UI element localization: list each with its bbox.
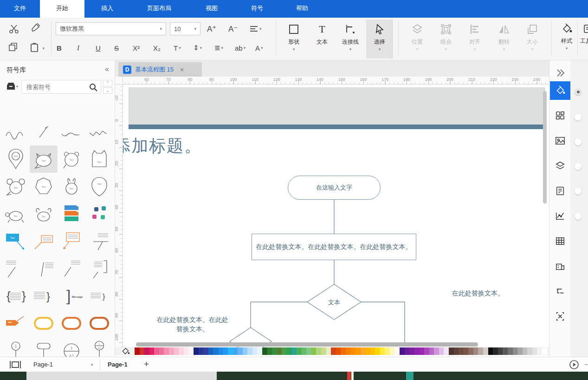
symbol-indicator-split-stem[interactable]: 1A1: [85, 337, 113, 357]
presentation-icon[interactable]: [9, 360, 21, 371]
process-shape[interactable]: 在此处替换文本。在此处替换文本。在此处替换文本。: [252, 234, 416, 260]
color-swatch[interactable]: [262, 347, 267, 355]
symbol-leader-callout-3[interactable]: [58, 255, 85, 282]
quick-style-dot-5[interactable]: [575, 188, 582, 195]
color-swatch[interactable]: [532, 347, 537, 355]
color-swatch[interactable]: [503, 347, 508, 355]
image-icon[interactable]: [551, 132, 569, 150]
color-swatch[interactable]: [517, 347, 523, 355]
zoom-out-button[interactable]: －: [583, 360, 588, 369]
color-swatch[interactable]: [350, 347, 355, 355]
symbol-line-callout[interactable]: [85, 228, 113, 255]
color-swatch[interactable]: [459, 347, 464, 355]
color-swatch[interactable]: [188, 347, 194, 355]
library-drawer-button[interactable]: [6, 81, 19, 93]
color-swatch[interactable]: [277, 347, 282, 355]
color-swatch[interactable]: [493, 347, 498, 355]
color-swatch[interactable]: [267, 347, 272, 355]
fill-bucket-icon[interactable]: [121, 347, 130, 357]
symbol-indicator-circle[interactable]: 1: [2, 337, 30, 357]
color-swatch[interactable]: [537, 347, 542, 355]
color-swatch[interactable]: [434, 347, 439, 355]
symbol-cat-panel[interactable]: Text: [85, 145, 113, 173]
color-swatch[interactable]: [370, 347, 375, 355]
vertical-scrollbar[interactable]: [543, 91, 547, 203]
character-spacing-button[interactable]: ab▾: [235, 41, 246, 55]
symbol-mouse-bubble[interactable]: Text: [2, 173, 30, 200]
style-button[interactable]: 样式 ▾: [553, 20, 580, 59]
color-swatch[interactable]: [238, 347, 243, 355]
line-spacing-button[interactable]: ⇕▾: [193, 41, 202, 55]
symbol-lines-brace-small[interactable]: }: [85, 282, 113, 310]
drawing-canvas[interactable]: 添加标题。 在这输入文字 在此处替换文本。在此处替换文本。在此处替换文本。 文本…: [123, 85, 549, 347]
page-tab[interactable]: Page-1: [108, 361, 128, 368]
color-swatch[interactable]: [321, 347, 326, 355]
add-page-button[interactable]: +: [144, 359, 149, 369]
symbol-lines-brace[interactable]: }: [30, 282, 58, 310]
bold-button[interactable]: B: [57, 41, 62, 55]
quick-style-dot-3[interactable]: [575, 138, 582, 145]
color-swatch[interactable]: [395, 347, 400, 355]
symbol-scribble-1[interactable]: [2, 118, 30, 145]
color-swatch[interactable]: [272, 347, 277, 355]
symbol-bracket-message[interactable]: ]Message: [58, 282, 85, 310]
quick-style-dot-1[interactable]: [575, 88, 582, 95]
color-swatch[interactable]: [199, 347, 204, 355]
tool-select-button[interactable]: 选择▾: [366, 20, 393, 59]
menu-item-3[interactable]: 插入: [84, 0, 130, 18]
symbol-note-callout[interactable]: [30, 228, 58, 255]
color-swatch[interactable]: [331, 347, 336, 355]
symbol-bear-bubble[interactable]: Text: [58, 145, 85, 173]
color-swatch[interactable]: [154, 347, 159, 355]
play-presentation-button[interactable]: [569, 360, 579, 372]
symbol-crab-bubble[interactable]: Text: [30, 200, 58, 228]
decision-shape-label[interactable]: 文本: [316, 298, 353, 307]
text-style-button[interactable]: A▾: [255, 41, 263, 55]
color-swatch[interactable]: [243, 347, 248, 355]
color-swatch[interactable]: [439, 347, 444, 355]
quick-style-dot-4[interactable]: [575, 163, 582, 170]
symbol-indicator-split-circle[interactable]: 1A1: [58, 337, 85, 357]
symbol-turtle-bubble[interactable]: Text: [2, 200, 30, 228]
menu-item-6[interactable]: 符号: [235, 0, 279, 18]
color-swatch[interactable]: [159, 347, 164, 355]
symbol-banner-stack[interactable]: [58, 200, 85, 228]
symbol-search-input[interactable]: [26, 83, 91, 91]
color-swatch[interactable]: [478, 347, 483, 355]
color-swatch[interactable]: [233, 347, 238, 355]
color-swatch[interactable]: [424, 347, 429, 355]
strikethrough-button[interactable]: S: [114, 41, 119, 55]
horizontal-scrollbar[interactable]: [136, 342, 478, 347]
decrease-font-button[interactable]: A⁻: [228, 22, 238, 35]
color-swatch[interactable]: [414, 347, 420, 355]
color-swatch[interactable]: [292, 347, 297, 355]
arrange-position-button[interactable]: 位置▾: [404, 20, 431, 59]
color-swatch[interactable]: [252, 347, 258, 355]
italic-button[interactable]: I: [77, 41, 79, 55]
color-swatch[interactable]: [488, 347, 493, 355]
color-swatch[interactable]: [257, 347, 262, 355]
color-swatch[interactable]: [164, 347, 169, 355]
collapse-panel-button[interactable]: «: [105, 65, 109, 73]
color-swatch[interactable]: [400, 347, 405, 355]
underline-button[interactable]: U: [96, 41, 101, 55]
symbol-rabbit-bubble[interactable]: Text: [58, 173, 85, 200]
symbol-leader-callout-2[interactable]: [30, 255, 58, 282]
menu-item-4[interactable]: 页面布局: [130, 0, 188, 18]
font-size-select[interactable]: 10 ▾: [170, 22, 200, 35]
superscript-button[interactable]: X²: [133, 41, 140, 55]
symbol-message-callout[interactable]: [58, 228, 85, 255]
color-swatch[interactable]: [420, 347, 425, 355]
color-swatch[interactable]: [213, 347, 218, 355]
symbol-leader-callout-4[interactable]: [85, 255, 113, 282]
right-note-text[interactable]: 在此处替换文本。: [441, 289, 515, 298]
page-select[interactable]: Page-1: [33, 361, 53, 368]
color-swatch[interactable]: [361, 347, 366, 355]
crop-icon[interactable]: [551, 308, 569, 325]
color-swatch[interactable]: [223, 347, 228, 355]
symbol-location-pin[interactable]: Text: [2, 145, 30, 173]
arrange-size-button[interactable]: 大小▾: [519, 20, 546, 59]
menu-item-2[interactable]: 开始: [40, 0, 84, 18]
font-color-button[interactable]: T▾: [174, 41, 181, 55]
quick-style-dot-6[interactable]: [575, 213, 582, 220]
